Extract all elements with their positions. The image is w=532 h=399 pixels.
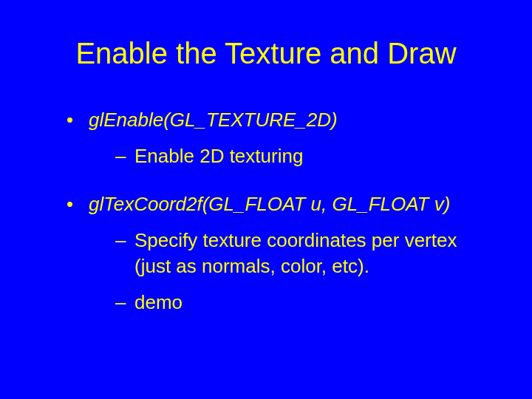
bullet-text: glEnable(GL_TEXTURE_2D) (89, 109, 338, 131)
sub-bullet-text: Enable 2D texturing (134, 145, 303, 167)
slide-title: Enable the Texture and Draw (37, 37, 495, 70)
sub-bullet-list: Enable 2D texturing (89, 143, 495, 169)
bullet-item: glEnable(GL_TEXTURE_2D) Enable 2D textur… (66, 107, 495, 169)
bullet-list: glEnable(GL_TEXTURE_2D) Enable 2D textur… (37, 107, 495, 316)
sub-bullet-item: Specify texture coordinates per vertex (… (115, 228, 495, 279)
bullet-text: glTexCoord2f(GL_FLOAT u, GL_FLOAT v) (89, 193, 450, 215)
sub-bullet-text: demo (134, 291, 183, 313)
sub-bullet-item: demo (115, 290, 495, 316)
sub-bullet-item: Enable 2D texturing (115, 143, 495, 169)
sub-bullet-text: Specify texture coordinates per vertex (… (134, 229, 457, 277)
bullet-item: glTexCoord2f(GL_FLOAT u, GL_FLOAT v) Spe… (66, 191, 495, 316)
slide: Enable the Texture and Draw glEnable(GL_… (0, 0, 532, 399)
sub-bullet-list: Specify texture coordinates per vertex (… (89, 228, 495, 316)
